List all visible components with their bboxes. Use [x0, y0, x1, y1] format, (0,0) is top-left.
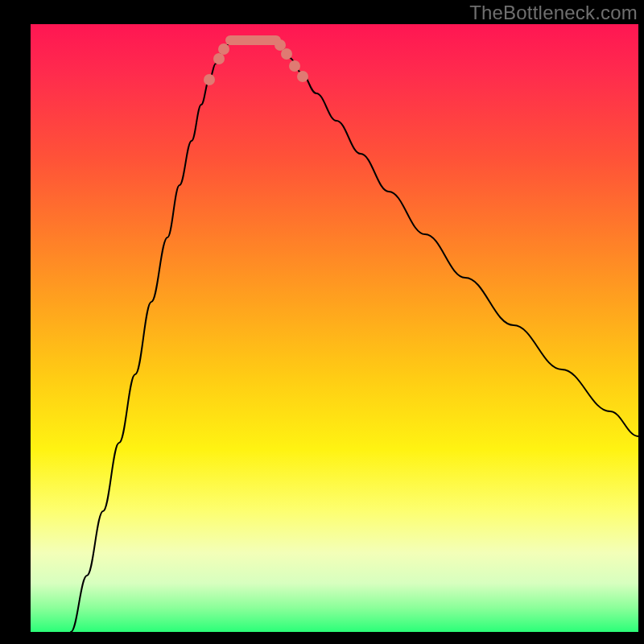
- gradient-background: [31, 24, 638, 632]
- watermark-text: TheBottleneck.com: [469, 2, 638, 24]
- chart-stage: TheBottleneck.com: [0, 0, 644, 644]
- plot-area: [31, 24, 638, 632]
